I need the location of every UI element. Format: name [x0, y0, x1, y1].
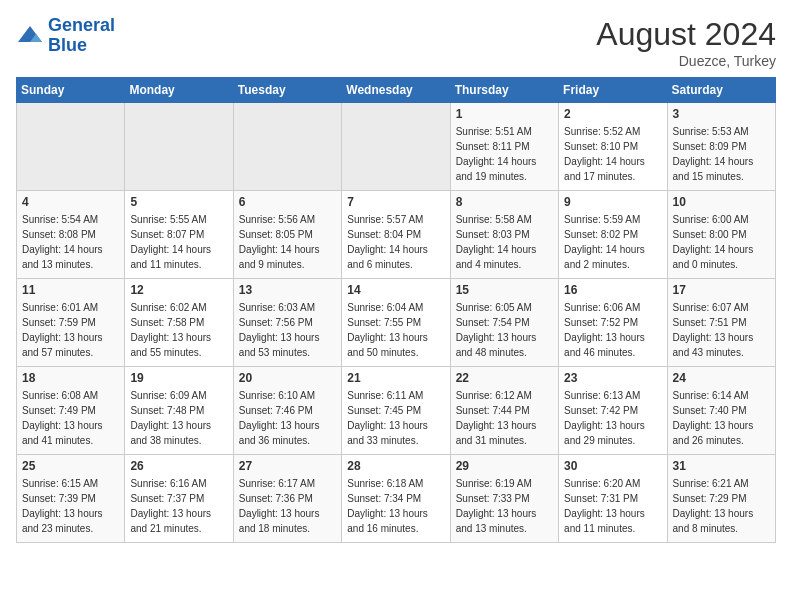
- calendar-cell: 3 Sunrise: 5:53 AM Sunset: 8:09 PM Dayli…: [667, 103, 775, 191]
- sunset-label: Sunset: 8:03 PM: [456, 229, 530, 240]
- sunset-label: Sunset: 7:52 PM: [564, 317, 638, 328]
- calendar-cell: [233, 103, 341, 191]
- sunrise-label: Sunrise: 5:52 AM: [564, 126, 640, 137]
- calendar-week-row: 1 Sunrise: 5:51 AM Sunset: 8:11 PM Dayli…: [17, 103, 776, 191]
- logo-icon: [16, 24, 44, 48]
- sunrise-label: Sunrise: 6:02 AM: [130, 302, 206, 313]
- day-number: 25: [22, 459, 119, 473]
- sunset-label: Sunset: 8:04 PM: [347, 229, 421, 240]
- day-info: Sunrise: 6:01 AM Sunset: 7:59 PM Dayligh…: [22, 300, 119, 360]
- calendar-cell: 16 Sunrise: 6:06 AM Sunset: 7:52 PM Dayl…: [559, 279, 667, 367]
- day-number: 21: [347, 371, 444, 385]
- daylight-label: Daylight: 13 hours and 48 minutes.: [456, 332, 537, 358]
- day-info: Sunrise: 6:19 AM Sunset: 7:33 PM Dayligh…: [456, 476, 553, 536]
- daylight-label: Daylight: 13 hours and 26 minutes.: [673, 420, 754, 446]
- sunset-label: Sunset: 7:31 PM: [564, 493, 638, 504]
- day-info: Sunrise: 5:52 AM Sunset: 8:10 PM Dayligh…: [564, 124, 661, 184]
- logo-line1: General: [48, 15, 115, 35]
- sunrise-label: Sunrise: 6:04 AM: [347, 302, 423, 313]
- calendar-cell: 23 Sunrise: 6:13 AM Sunset: 7:42 PM Dayl…: [559, 367, 667, 455]
- day-info: Sunrise: 6:11 AM Sunset: 7:45 PM Dayligh…: [347, 388, 444, 448]
- location: Duezce, Turkey: [596, 53, 776, 69]
- day-info: Sunrise: 6:03 AM Sunset: 7:56 PM Dayligh…: [239, 300, 336, 360]
- sunset-label: Sunset: 7:34 PM: [347, 493, 421, 504]
- daylight-label: Daylight: 13 hours and 50 minutes.: [347, 332, 428, 358]
- sunset-label: Sunset: 7:48 PM: [130, 405, 204, 416]
- daylight-label: Daylight: 13 hours and 31 minutes.: [456, 420, 537, 446]
- day-info: Sunrise: 6:16 AM Sunset: 7:37 PM Dayligh…: [130, 476, 227, 536]
- daylight-label: Daylight: 13 hours and 21 minutes.: [130, 508, 211, 534]
- sunset-label: Sunset: 7:49 PM: [22, 405, 96, 416]
- weekday-header: Wednesday: [342, 78, 450, 103]
- sunrise-label: Sunrise: 5:58 AM: [456, 214, 532, 225]
- day-info: Sunrise: 5:59 AM Sunset: 8:02 PM Dayligh…: [564, 212, 661, 272]
- daylight-label: Daylight: 14 hours and 11 minutes.: [130, 244, 211, 270]
- daylight-label: Daylight: 14 hours and 17 minutes.: [564, 156, 645, 182]
- weekday-header: Sunday: [17, 78, 125, 103]
- calendar-cell: 25 Sunrise: 6:15 AM Sunset: 7:39 PM Dayl…: [17, 455, 125, 543]
- calendar-cell: 6 Sunrise: 5:56 AM Sunset: 8:05 PM Dayli…: [233, 191, 341, 279]
- daylight-label: Daylight: 13 hours and 46 minutes.: [564, 332, 645, 358]
- day-number: 5: [130, 195, 227, 209]
- daylight-label: Daylight: 14 hours and 2 minutes.: [564, 244, 645, 270]
- daylight-label: Daylight: 13 hours and 16 minutes.: [347, 508, 428, 534]
- sunrise-label: Sunrise: 5:55 AM: [130, 214, 206, 225]
- day-info: Sunrise: 5:53 AM Sunset: 8:09 PM Dayligh…: [673, 124, 770, 184]
- sunset-label: Sunset: 8:08 PM: [22, 229, 96, 240]
- daylight-label: Daylight: 13 hours and 36 minutes.: [239, 420, 320, 446]
- day-number: 9: [564, 195, 661, 209]
- sunrise-label: Sunrise: 6:03 AM: [239, 302, 315, 313]
- sunset-label: Sunset: 7:40 PM: [673, 405, 747, 416]
- sunrise-label: Sunrise: 6:12 AM: [456, 390, 532, 401]
- day-info: Sunrise: 5:56 AM Sunset: 8:05 PM Dayligh…: [239, 212, 336, 272]
- calendar-cell: 13 Sunrise: 6:03 AM Sunset: 7:56 PM Dayl…: [233, 279, 341, 367]
- calendar-cell: 4 Sunrise: 5:54 AM Sunset: 8:08 PM Dayli…: [17, 191, 125, 279]
- calendar-cell: 30 Sunrise: 6:20 AM Sunset: 7:31 PM Dayl…: [559, 455, 667, 543]
- page-header: General Blue August 2024 Duezce, Turkey: [16, 16, 776, 69]
- calendar-cell: 5 Sunrise: 5:55 AM Sunset: 8:07 PM Dayli…: [125, 191, 233, 279]
- weekday-header: Monday: [125, 78, 233, 103]
- sunset-label: Sunset: 7:59 PM: [22, 317, 96, 328]
- day-number: 10: [673, 195, 770, 209]
- sunset-label: Sunset: 8:00 PM: [673, 229, 747, 240]
- daylight-label: Daylight: 13 hours and 41 minutes.: [22, 420, 103, 446]
- sunrise-label: Sunrise: 6:05 AM: [456, 302, 532, 313]
- sunset-label: Sunset: 8:11 PM: [456, 141, 530, 152]
- sunset-label: Sunset: 7:45 PM: [347, 405, 421, 416]
- day-info: Sunrise: 6:13 AM Sunset: 7:42 PM Dayligh…: [564, 388, 661, 448]
- calendar-cell: 19 Sunrise: 6:09 AM Sunset: 7:48 PM Dayl…: [125, 367, 233, 455]
- calendar-cell: 15 Sunrise: 6:05 AM Sunset: 7:54 PM Dayl…: [450, 279, 558, 367]
- sunset-label: Sunset: 8:02 PM: [564, 229, 638, 240]
- sunset-label: Sunset: 7:39 PM: [22, 493, 96, 504]
- day-info: Sunrise: 6:12 AM Sunset: 7:44 PM Dayligh…: [456, 388, 553, 448]
- day-number: 29: [456, 459, 553, 473]
- sunrise-label: Sunrise: 6:07 AM: [673, 302, 749, 313]
- calendar-cell: 17 Sunrise: 6:07 AM Sunset: 7:51 PM Dayl…: [667, 279, 775, 367]
- sunset-label: Sunset: 7:37 PM: [130, 493, 204, 504]
- day-number: 31: [673, 459, 770, 473]
- sunset-label: Sunset: 7:44 PM: [456, 405, 530, 416]
- calendar-cell: 8 Sunrise: 5:58 AM Sunset: 8:03 PM Dayli…: [450, 191, 558, 279]
- calendar-cell: 28 Sunrise: 6:18 AM Sunset: 7:34 PM Dayl…: [342, 455, 450, 543]
- day-number: 11: [22, 283, 119, 297]
- daylight-label: Daylight: 13 hours and 18 minutes.: [239, 508, 320, 534]
- day-info: Sunrise: 5:51 AM Sunset: 8:11 PM Dayligh…: [456, 124, 553, 184]
- day-info: Sunrise: 6:06 AM Sunset: 7:52 PM Dayligh…: [564, 300, 661, 360]
- calendar-cell: 29 Sunrise: 6:19 AM Sunset: 7:33 PM Dayl…: [450, 455, 558, 543]
- day-number: 7: [347, 195, 444, 209]
- calendar-cell: 10 Sunrise: 6:00 AM Sunset: 8:00 PM Dayl…: [667, 191, 775, 279]
- sunrise-label: Sunrise: 6:01 AM: [22, 302, 98, 313]
- day-info: Sunrise: 6:09 AM Sunset: 7:48 PM Dayligh…: [130, 388, 227, 448]
- weekday-header-row: SundayMondayTuesdayWednesdayThursdayFrid…: [17, 78, 776, 103]
- daylight-label: Daylight: 13 hours and 55 minutes.: [130, 332, 211, 358]
- sunrise-label: Sunrise: 6:10 AM: [239, 390, 315, 401]
- calendar-cell: 9 Sunrise: 5:59 AM Sunset: 8:02 PM Dayli…: [559, 191, 667, 279]
- sunset-label: Sunset: 7:58 PM: [130, 317, 204, 328]
- calendar-body: 1 Sunrise: 5:51 AM Sunset: 8:11 PM Dayli…: [17, 103, 776, 543]
- calendar-cell: 22 Sunrise: 6:12 AM Sunset: 7:44 PM Dayl…: [450, 367, 558, 455]
- calendar-week-row: 4 Sunrise: 5:54 AM Sunset: 8:08 PM Dayli…: [17, 191, 776, 279]
- day-info: Sunrise: 6:07 AM Sunset: 7:51 PM Dayligh…: [673, 300, 770, 360]
- daylight-label: Daylight: 14 hours and 4 minutes.: [456, 244, 537, 270]
- calendar-cell: 31 Sunrise: 6:21 AM Sunset: 7:29 PM Dayl…: [667, 455, 775, 543]
- calendar-cell: 11 Sunrise: 6:01 AM Sunset: 7:59 PM Dayl…: [17, 279, 125, 367]
